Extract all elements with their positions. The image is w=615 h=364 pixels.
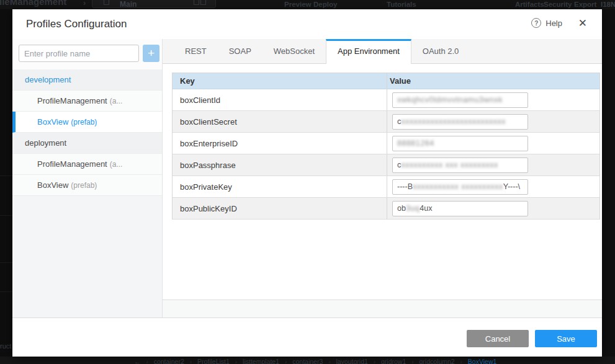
background-breadcrumb-bar: ← › container2 › ProfileList1 › listtemp… [0,357,615,364]
value-text: ----B [397,182,413,191]
value-text: 4ux [420,204,432,213]
profiles-configuration-dialog: Profiles Configuration ? Help ✕ + develo… [12,9,602,357]
menu-artifacts[interactable]: Artifacts [515,1,544,8]
tree-item-label: ProfileManagement [37,159,107,169]
key-cell: boxPublicKeyID [173,198,387,219]
key-cell: boxPrivateKey [173,176,387,197]
chevron-right-icon: › [285,358,287,364]
chevron-right-icon: › [374,358,375,364]
back-arrow-icon[interactable]: ← [134,358,141,364]
breadcrumb-item[interactable]: gridcolumn2 [419,358,454,364]
tab-rest[interactable]: REST [174,39,218,64]
key-cell: boxClientId [173,89,387,110]
profiles-tree: development ProfileManagement(a... BoxVi… [12,69,162,196]
tree-item-suffix: (prefab) [71,181,97,190]
chevron-right-icon: › [83,0,86,7]
breadcrumb-item[interactable]: layoutgrid1 [336,358,367,364]
table-row: boxPrivateKey ----Bxxxxxxxxxxx xxxxxxxxx… [173,176,599,198]
tab-app-environment[interactable]: App Environment [326,39,411,64]
help-label: Help [545,19,562,28]
tree-group-deployment[interactable]: deployment [12,133,162,154]
tree-item-label: ProfileManagement [37,96,107,105]
add-profile-button[interactable]: + [143,45,159,62]
dialog-footer: Cancel Save [12,317,602,357]
value-input[interactable]: 88881264 [392,136,528,151]
key-cell: boxEnterpriseID [173,133,387,154]
tree-item-label: BoxView [37,117,68,127]
menu-tutorials[interactable]: Tutorials [387,1,416,8]
value-text: ob [397,204,406,213]
value-input[interactable]: ----Bxxxxxxxxxxx xxxxxxxxxxY----\ [392,179,528,195]
tab-oauth[interactable]: OAuth 2.0 [411,39,470,64]
background-text-fragment: ruct [0,342,11,350]
app-environment-table: Key Value boxClientId xwkqhcv0tdmvvtnamu… [172,73,600,220]
menu-preview[interactable]: Preview [284,1,311,8]
breadcrumb: ← › container2 › ProfileList1 › listtemp… [134,358,500,364]
table-row: boxClientSecret cxxxxxxxxxxxxxxxxxxxxxxx… [173,111,599,133]
tree-item-suffix: (a... [110,97,123,105]
background-page-title-fragment: fileManagement [0,0,66,7]
service-tabs: REST SOAP WebSocket App Environment OAut… [163,39,602,64]
save-button[interactable]: Save [535,330,597,347]
chevron-right-icon: › [146,358,148,364]
breadcrumb-item[interactable]: container3 [292,358,323,364]
value-text-redacted: xxxxxxxxxx xxx xxxxxxxxx [401,161,498,169]
tree-group-development[interactable]: development [12,69,162,91]
tree-item-boxview-dep[interactable]: BoxView(prefab) [12,175,162,196]
close-icon[interactable]: ✕ [578,17,587,30]
value-text-redacted: 88881264 [397,139,434,148]
chevron-right-icon: › [411,358,413,364]
column-header-key: Key [173,73,387,89]
tree-item-boxview-dev[interactable]: BoxView(prefab) [12,112,162,133]
layout-icon [200,0,206,5]
profile-detail-panel: REST SOAP WebSocket App Environment OAut… [163,39,602,317]
dialog-header: Profiles Configuration ? Help ✕ [12,9,602,39]
value-text-redacted: xwkqhcv0tdmvvtnamu3wnxk [397,95,503,104]
breadcrumb-item[interactable]: container2 [154,358,184,364]
chevron-right-icon: › [460,358,462,364]
tree-item-profilemanagement-dep[interactable]: ProfileManagement(a... [12,154,162,175]
tree-item-profilemanagement-dev[interactable]: ProfileManagement(a... [12,91,162,112]
menu-i18n[interactable]: I18N [601,1,615,8]
breadcrumb-item-active[interactable]: BoxView1 [468,358,497,364]
value-input[interactable]: ob3uq4ux [392,201,528,216]
table-row: boxPassphrase cxxxxxxxxxx xxx xxxxxxxxx [173,154,599,176]
canvas-tab[interactable]: Main [92,0,216,8]
tree-item-label: BoxView [37,180,68,190]
table-row: boxClientId xwkqhcv0tdmvvtnamu3wnxk [173,89,599,111]
table-header-row: Key Value [173,73,599,89]
value-input[interactable]: cxxxxxxxxxxxxxxxxxxxxxxxxx [392,114,528,130]
dialog-title: Profiles Configuration [26,18,127,30]
menu-security[interactable]: Security [544,1,572,8]
value-text: Y----\ [503,182,520,191]
tree-item-suffix: (a... [110,160,123,169]
chevron-right-icon: › [190,358,192,364]
value-input[interactable]: xwkqhcv0tdmvvtnamu3wnxk [392,92,528,108]
value-text-redacted: xxxxxxxxxxx xxxxxxxxxx [413,182,503,191]
value-text-redacted: xxxxxxxxxxxxxxxxxxxxxxxxx [401,117,506,126]
chevron-right-icon: › [235,358,237,364]
chevron-right-icon: › [328,358,330,364]
key-cell: boxClientSecret [173,111,387,132]
table-row: boxEnterpriseID 88881264 [173,133,599,154]
menu-deploy[interactable]: Deploy [313,1,337,8]
key-cell: boxPassphrase [173,154,387,175]
cancel-button[interactable]: Cancel [467,330,529,347]
breadcrumb-item[interactable]: listtemplate1 [243,358,279,364]
breadcrumb-item[interactable]: ProfileList1 [197,358,230,364]
table-row: boxPublicKeyID ob3uq4ux [173,198,599,220]
background-top-bar: fileManagement › Main Preview Deploy Tut… [0,0,615,9]
value-text-redacted: 3uq [406,204,420,213]
profile-search-strip: + [12,39,162,69]
breadcrumb-item[interactable]: gridrow1 [381,358,406,364]
value-input[interactable]: cxxxxxxxxxx xxx xxxxxxxxx [392,158,528,173]
column-header-value: Value [387,73,599,89]
profile-name-input[interactable] [19,45,139,62]
tab-websocket[interactable]: WebSocket [263,39,326,64]
background-left-panel: ruct [0,9,12,364]
page-icon [104,0,109,5]
menu-export[interactable]: Export [574,1,596,8]
tab-soap[interactable]: SOAP [218,39,263,64]
help-button[interactable]: ? Help [531,18,562,28]
tree-item-suffix: (prefab) [71,118,97,127]
